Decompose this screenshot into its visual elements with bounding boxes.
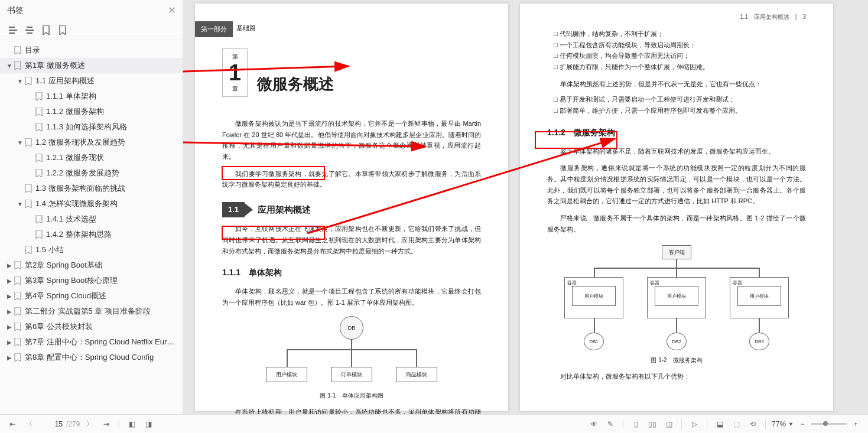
chevron-right-icon[interactable]: ▶ (6, 323, 13, 330)
page-left: 第一部分 基础篇 第 1 章 微服务概述 微服务架构被认为是当下最流行的技术架构… (195, 4, 508, 411)
toc-item[interactable]: 1.5 小结 (0, 242, 183, 258)
blank (17, 185, 24, 192)
toc-item[interactable]: 1.2.2 微服务发展趋势 (0, 165, 183, 181)
view-mode-icon[interactable]: 👁 (587, 418, 600, 431)
chevron-right-icon[interactable]: ▶ (6, 262, 13, 269)
toc-label: 第2章 Spring Boot基础 (25, 260, 102, 271)
toc-item[interactable]: 1.4.2 整体架构思路 (0, 227, 183, 242)
chevron-down-icon[interactable]: ▼ (17, 139, 24, 146)
zoom-in-button[interactable]: + (849, 418, 862, 431)
rotate-icon[interactable]: ⟲ (746, 418, 759, 431)
zoom-dropdown-icon[interactable]: ▼ (788, 421, 794, 427)
bookmark-icon (35, 154, 44, 162)
section-title: 应用架构概述 (258, 202, 311, 217)
toc-item[interactable]: ▶第4章 Spring Cloud概述 (0, 288, 183, 304)
toc-label: 1.2 微服务现状及发展趋势 (35, 137, 125, 148)
toc-item[interactable]: ▶第6章 公共模块封装 (0, 319, 183, 334)
bookmark-icon[interactable] (57, 24, 69, 36)
chevron-right-icon[interactable]: ▶ (6, 308, 13, 315)
toc-item[interactable]: ▼1.1 应用架构概述 (0, 73, 183, 89)
chevron-down-icon[interactable]: ▼ (17, 200, 24, 207)
toc-item[interactable]: ▼1.4 怎样实现微服务架构 (0, 196, 183, 211)
blank (6, 47, 13, 54)
toc-item[interactable]: ▶第2章 Spring Boot基础 (0, 258, 183, 273)
paragraph: 单体架构，顾名思义，就是一个项目工程包含了系统的所有功能模块，它最终会打包为一个… (222, 286, 481, 308)
toc-tree[interactable]: 目录▼第1章 微服务概述▼1.1 应用架构概述1.1.1 单体架构1.1.2 微… (0, 40, 183, 414)
section-number: 1.1 (222, 202, 245, 217)
toc-item[interactable]: 1.1.1 单体架构 (0, 89, 183, 104)
toc-item[interactable]: 目录 (0, 43, 183, 58)
prev-page-button[interactable]: 〈 (22, 418, 35, 431)
toc-label: 第4章 Spring Cloud概述 (25, 291, 106, 301)
toc-item[interactable]: ▶第8章 配置中心：Spring Cloud Config (0, 350, 183, 365)
toc-item[interactable]: 1.1.3 如何选择架构风格 (0, 119, 183, 135)
blank (27, 93, 34, 100)
toc-label: 1.4.1 技术选型 (46, 214, 96, 224)
bookmark-icon (25, 184, 33, 193)
toc-label: 1.1.2 微服务架构 (46, 106, 104, 117)
page-viewport[interactable]: 第一部分 基础篇 第 1 章 微服务概述 微服务架构被认为是当下最流行的技术架构… (183, 0, 868, 414)
toc-item[interactable]: ▶第7章 注册中心：Spring Cloud Netflix Eureka (0, 334, 183, 350)
expand-all-icon[interactable] (7, 24, 19, 36)
edit-icon[interactable]: ✎ (604, 418, 617, 431)
bookmark-icon (35, 123, 44, 131)
toc-item[interactable]: 1.1.2 微服务架构 (0, 104, 183, 119)
section-arrow-icon (245, 203, 253, 216)
blank (27, 154, 34, 161)
svg-rect-4 (25, 30, 34, 31)
figure-1-1: DB 用户模块 订单模块 商品模块 (254, 316, 449, 387)
toc-label: 第6章 公共模块封装 (25, 321, 93, 332)
close-icon[interactable]: ✕ (168, 5, 175, 16)
bullet-item: 代码臃肿，结构复杂，不利于扩展； (547, 28, 806, 40)
chevron-right-icon[interactable]: ▶ (6, 338, 13, 346)
paragraph: 微服务架构被认为是当下最流行的技术架构，它并不是一个新鲜事物，最早由 Marti… (222, 118, 481, 162)
two-page-icon[interactable]: ◫ (662, 418, 675, 431)
toc-label: 1.1.3 如何选择架构风格 (46, 122, 127, 132)
last-page-button[interactable]: ⇥ (100, 418, 113, 431)
module-box: 用户模块 (655, 286, 698, 306)
fit-width-icon[interactable]: ⬓ (713, 418, 726, 431)
chevron-right-icon[interactable]: ▶ (6, 354, 13, 361)
next-page-button[interactable]: 〉 (83, 418, 96, 431)
bookmark-icon (14, 323, 22, 331)
page-number-input[interactable] (39, 420, 63, 428)
toc-item[interactable]: ▼第1章 微服务概述 (0, 58, 183, 73)
first-page-button[interactable]: ⇤ (6, 418, 19, 431)
annotation-box (222, 166, 325, 180)
zoom-slider[interactable] (811, 423, 847, 425)
container-box: 用户模块 (564, 277, 623, 318)
container-box: 用户模块 (647, 277, 706, 318)
bookmark-icon (25, 138, 33, 146)
chevron-down-icon[interactable]: ▼ (17, 77, 24, 84)
toc-item[interactable]: 1.3 微服务架构面临的挑战 (0, 181, 183, 196)
collapse-all-icon[interactable] (24, 24, 35, 36)
bookmark-icon (25, 77, 33, 85)
sidebar-left-icon[interactable]: ◧ (125, 418, 138, 431)
fit-page-icon[interactable]: ⬚ (730, 418, 743, 431)
sidebar-toolbar (0, 21, 183, 40)
continuous-page-icon[interactable]: ▯▯ (646, 418, 659, 431)
toc-item[interactable]: ▶第3章 Spring Boot核心原理 (0, 273, 183, 288)
sidebar-right-icon[interactable]: ◨ (142, 418, 155, 431)
toc-item[interactable]: ▼1.2 微服务现状及发展趋势 (0, 135, 183, 150)
toc-label: 第1章 微服务概述 (25, 60, 85, 71)
client-box: 客户端 (662, 245, 691, 259)
chapter-number-box: 第 1 章 (222, 48, 248, 97)
toc-item[interactable]: 1.4.1 技术选型 (0, 211, 183, 227)
bookmark-icon (35, 215, 44, 223)
toc-label: 1.2.1 微服务现状 (46, 152, 104, 163)
chevron-down-icon[interactable]: ▼ (6, 62, 13, 69)
zoom-out-button[interactable]: − (796, 418, 809, 431)
bookmark-icon (14, 292, 22, 300)
module-box: 用户模块 (572, 286, 616, 306)
bookmark-add-icon[interactable] (40, 24, 52, 36)
toc-item[interactable]: 1.2.1 微服务现状 (0, 150, 183, 165)
single-page-icon[interactable]: ▯ (629, 418, 642, 431)
chevron-right-icon[interactable]: ▶ (6, 292, 13, 299)
chevron-right-icon[interactable]: ▶ (6, 277, 13, 284)
container-box: 用户模块 (730, 277, 789, 318)
toc-item[interactable]: ▶第二部分 实战篇第5 章 项目准备阶段 (0, 304, 183, 319)
bookmark-icon (25, 246, 33, 254)
play-icon[interactable]: ▷ (688, 418, 701, 431)
figure-caption: 图 1-1 单体应用架构图 (222, 390, 481, 401)
